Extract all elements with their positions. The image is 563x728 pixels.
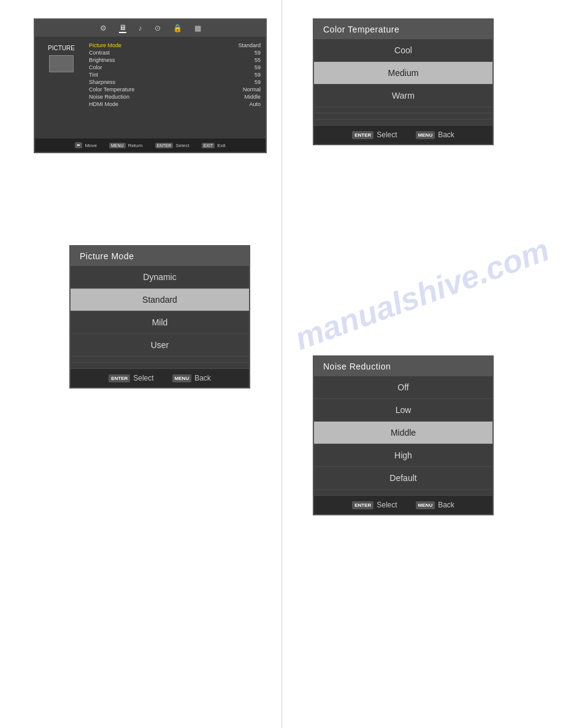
watermark-text: manualshive.com [290,230,554,358]
color-label: Color [89,64,102,70]
menu-row-brightness: Brightness 55 [89,56,261,64]
menu-row-contrast: Contrast 59 [89,49,261,56]
nr-select-btn[interactable]: ENTER Select [352,501,397,509]
picture-label: PICTURE [48,45,75,51]
picture-mode-title: Picture Mode [71,246,249,266]
pm-menu-icon: MENU [172,374,192,382]
contrast-label: Contrast [89,50,110,56]
nr-select-text: Select [377,501,397,509]
footer-exit: EXIT Exit [202,143,226,148]
color-temp-value: Normal [243,86,261,93]
spacer1 [314,107,492,113]
spacer2 [314,113,492,119]
picture-menu-screenshot: ⚙ 🖥 ♪ ⊙ 🔒 ▦ PICTURE Picture Mode Standar… [34,18,267,153]
color-temp-warm[interactable]: Warm [314,85,492,107]
pm-select-text: Select [133,374,153,382]
picture-mode-panel: Picture Mode Dynamic Standard Mild User … [69,245,250,389]
noise-middle[interactable]: Middle [314,422,492,444]
noise-label: Noise Reduction [89,94,129,100]
move-label: Move [85,143,97,148]
exit-icon: EXIT [202,143,215,148]
picture-mode-user[interactable]: User [71,334,249,357]
clock-icon: ⊙ [155,24,161,32]
picture-mode-standard[interactable]: Standard [71,289,249,311]
color-temp-label: Color Temperature [89,86,134,93]
menu-items-list: Picture Mode Standard Contrast 59 Bright… [89,42,261,108]
enter-select-icon: ENTER [155,143,174,148]
picture-icon: 🖥 [119,23,126,33]
pm-select-btn[interactable]: ENTER Select [109,374,153,382]
nr-enter-icon: ENTER [352,501,373,509]
picture-mode-footer: ENTER Select MENU Back [71,369,249,387]
noise-default[interactable]: Default [314,467,492,490]
nr-back-text: Back [438,501,454,509]
picture-mode-label: Picture Mode [89,42,121,48]
hdmi-label: HDMI Mode [89,101,118,107]
footer-move: ⬌ Move [75,142,97,148]
enter-icon: ENTER [352,131,373,139]
noise-off[interactable]: Off [314,376,492,399]
color-value: 59 [255,64,261,70]
menu-row-noise: Noise Reduction Middle [89,93,261,100]
menu-return-icon: MENU [109,143,126,148]
sharpness-label: Sharpness [89,79,115,85]
pm-back-text: Back [194,374,211,382]
noise-reduction-title: Noise Reduction [314,357,492,376]
noise-low[interactable]: Low [314,399,492,422]
menu-row-tint: Tint 59 [89,71,261,78]
color-temp-back-btn[interactable]: MENU Back [416,131,454,139]
menu-row-hdmi: HDMI Mode Auto [89,100,261,108]
nr-menu-icon: MENU [416,501,435,509]
extra-icon: ▦ [194,24,201,32]
noise-high[interactable]: High [314,444,492,467]
settings-icon: ⚙ [100,24,107,32]
brightness-value: 55 [255,57,261,63]
pm-back-btn[interactable]: MENU Back [172,374,211,382]
tint-label: Tint [89,72,98,78]
menu-row-color-temp: Color Temperature Normal [89,86,261,93]
nr-spacer [314,490,492,496]
picture-icon-box [49,55,74,72]
select-label: Select [175,143,189,148]
color-temp-select-btn[interactable]: ENTER Select [352,131,397,139]
color-temp-footer: ENTER Select MENU Back [314,126,492,144]
back-text: Back [438,131,454,139]
color-temp-cool[interactable]: Cool [314,39,492,62]
noise-value: Middle [244,94,261,100]
select-text: Select [377,131,397,139]
noise-reduction-panel: Noise Reduction Off Low Middle High Defa… [313,355,494,515]
footer-return: MENU Return [109,143,143,148]
noise-reduction-footer: ENTER Select MENU Back [314,496,492,514]
picture-label-area: PICTURE [40,42,83,108]
tint-value: 59 [255,72,261,78]
color-temp-title: Color Temperature [314,20,492,39]
menu-row-picture-mode: Picture Mode Standard [89,42,261,49]
picture-mode-dynamic[interactable]: Dynamic [71,266,249,289]
picture-menu-footer: ⬌ Move MENU Return ENTER Select EXIT Exi… [35,138,266,152]
pm-spacer1 [71,357,249,363]
menu-icon: MENU [416,131,435,139]
brightness-label: Brightness [89,57,115,63]
exit-label: Exit [217,143,225,148]
move-icon: ⬌ [75,142,82,148]
return-label: Return [128,143,143,148]
color-temp-medium[interactable]: Medium [314,62,492,85]
picture-mode-value: Standard [238,42,261,48]
color-temp-panel: Color Temperature Cool Medium Warm ENTER… [313,18,494,145]
menu-row-sharpness: Sharpness 59 [89,78,261,86]
nr-back-btn[interactable]: MENU Back [416,501,454,509]
menu-row-color: Color 59 [89,64,261,71]
contrast-value: 59 [255,50,261,56]
pm-spacer2 [71,363,249,369]
footer-select: ENTER Select [155,143,190,148]
menu-topbar: ⚙ 🖥 ♪ ⊙ 🔒 ▦ [35,20,266,37]
music-icon: ♪ [139,24,142,32]
hdmi-value: Auto [249,101,261,107]
sharpness-value: 59 [255,79,261,85]
spacer3 [314,119,492,126]
pm-enter-icon: ENTER [109,374,130,382]
menu-body: PICTURE Picture Mode Standard Contrast 5… [35,37,266,113]
lock-icon: 🔒 [173,24,182,32]
page-divider [282,0,282,728]
picture-mode-mild[interactable]: Mild [71,311,249,334]
